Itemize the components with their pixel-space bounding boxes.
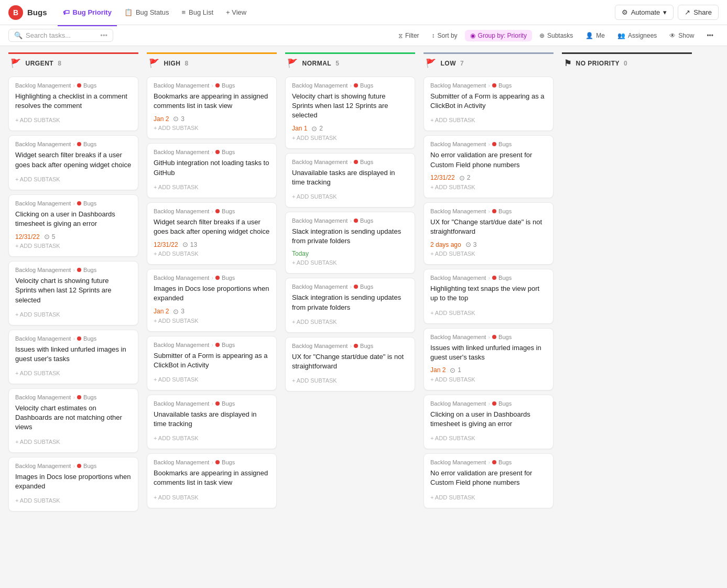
task-card[interactable]: Backlog Management › Bugs Submitter of a… [424, 77, 554, 131]
task-card[interactable]: Backlog Management › Bugs Highlighting t… [424, 269, 554, 323]
col-count-high: 8 [185, 60, 189, 67]
add-subtask-button[interactable]: + ADD SUBTASK [154, 433, 270, 443]
card-title: Widget search filter breaks if a user go… [154, 217, 270, 236]
breadcrumb-bugs: Bugs [83, 394, 96, 400]
add-subtask-button[interactable]: + ADD SUBTASK [154, 492, 270, 503]
task-card[interactable]: Backlog Management › Bugs Bookmarks are … [147, 77, 277, 139]
tab-bug-priority[interactable]: 🏷 Bug Priority [58, 5, 117, 19]
task-card[interactable]: Backlog Management › Bugs UX for "Change… [424, 202, 554, 265]
more-options-button[interactable]: ••• [701, 30, 719, 41]
task-card[interactable]: Backlog Management › Bugs Widget search … [147, 202, 277, 265]
col-label-low: LOW [441, 60, 457, 67]
breadcrumb-bugs: Bugs [498, 275, 512, 281]
task-card[interactable]: Backlog Management › Bugs Velocity chart… [285, 77, 415, 149]
task-card[interactable]: Backlog Management › Bugs Issues with li… [8, 330, 138, 384]
task-card[interactable]: Backlog Management › Bugs Submitter of a… [147, 336, 277, 390]
add-subtask-button[interactable]: + ADD SUBTASK [154, 248, 270, 259]
breadcrumb-bugs: Bugs [360, 217, 373, 224]
add-subtask-button[interactable]: + ADD SUBTASK [154, 182, 270, 192]
breadcrumb-bugs: Bugs [222, 275, 235, 281]
task-card[interactable]: Backlog Management › Bugs Unavailable ta… [147, 395, 277, 449]
automate-button[interactable]: ⚙ Automate ▾ [615, 5, 674, 20]
share-icon: ↗ [685, 8, 690, 16]
add-subtask-button[interactable]: + ADD SUBTASK [430, 374, 547, 385]
me-button[interactable]: 👤 Me [580, 30, 610, 41]
add-subtask-button[interactable]: + ADD SUBTASK [430, 248, 547, 259]
card-footer: 12/31/22⊙5 [15, 233, 132, 241]
task-card[interactable]: Backlog Management › Bugs Images in Docs… [8, 457, 138, 511]
breadcrumb-chevron-icon: › [350, 159, 352, 165]
subtask-circle-icon: ⊙ [459, 174, 465, 182]
tab-bug-list[interactable]: ≡ Bug List [177, 5, 219, 19]
card-meta: Backlog Management › Bugs [15, 82, 132, 89]
task-card[interactable]: Backlog Management › Bugs Velocity chart… [8, 388, 138, 453]
add-subtask-button[interactable]: + ADD SUBTASK [15, 309, 132, 320]
card-meta: Backlog Management › Bugs [15, 463, 132, 469]
breadcrumb-bugs: Bugs [83, 267, 96, 273]
search-more-icon[interactable]: ••• [100, 31, 107, 39]
subtask-number: 3 [473, 241, 477, 248]
task-card[interactable]: Backlog Management › Bugs Velocity chart… [8, 261, 138, 325]
share-button[interactable]: ↗ Share [678, 5, 719, 20]
add-view-tab[interactable]: + View [221, 5, 252, 19]
task-card[interactable]: Backlog Management › Bugs Images in Docs… [147, 269, 277, 331]
add-subtask-button[interactable]: + ADD SUBTASK [154, 123, 270, 133]
add-subtask-button[interactable]: + ADD SUBTASK [15, 495, 132, 506]
add-subtask-button[interactable]: + ADD SUBTASK [430, 492, 547, 503]
breadcrumb-backlog: Backlog Management [292, 284, 348, 290]
add-subtask-button[interactable]: + ADD SUBTASK [430, 308, 547, 318]
app-title: Bugs [27, 8, 47, 17]
task-card[interactable]: Backlog Management › Bugs No error valid… [424, 453, 554, 508]
add-subtask-button[interactable]: + ADD SUBTASK [15, 368, 132, 378]
subtasks-button[interactable]: ⊕ Subtasks [534, 30, 578, 41]
task-card[interactable]: Backlog Management › Bugs Issues with li… [424, 328, 554, 390]
group-icon: ◉ [470, 32, 475, 39]
filter-button[interactable]: ⧖ Filter [393, 30, 425, 41]
share-label: Share [693, 8, 712, 16]
add-subtask-button[interactable]: + ADD SUBTASK [292, 257, 408, 268]
card-title: Highlighting text snaps the view port up… [430, 284, 547, 303]
add-subtask-button[interactable]: + ADD SUBTASK [154, 315, 270, 326]
tab-bug-status[interactable]: 📋 Bug Status [119, 5, 175, 19]
task-card[interactable]: Backlog Management › Bugs Slack integrat… [285, 278, 415, 332]
search-box[interactable]: 🔍 Search tasks... ••• [8, 29, 113, 42]
task-card[interactable]: Backlog Management › Bugs Clicking on a … [424, 395, 554, 449]
bugs-dot-icon [77, 83, 81, 88]
add-subtask-button[interactable]: + ADD SUBTASK [15, 174, 132, 184]
add-subtask-button[interactable]: + ADD SUBTASK [15, 437, 132, 447]
add-subtask-button[interactable]: + ADD SUBTASK [15, 241, 132, 251]
task-card[interactable]: Backlog Management › Bugs Clicking on a … [8, 194, 138, 257]
task-card[interactable]: Backlog Management › Bugs UX for "Change… [285, 337, 415, 391]
breadcrumb-bugs: Bugs [498, 82, 512, 89]
card-title: UX for "Change start/due date" is not st… [430, 217, 547, 236]
add-subtask-button[interactable]: + ADD SUBTASK [430, 115, 547, 125]
task-card[interactable]: Backlog Management › Bugs GitHub integra… [147, 143, 277, 198]
task-card[interactable]: Backlog Management › Bugs Bookmarks are … [147, 453, 277, 508]
add-subtask-button[interactable]: + ADD SUBTASK [292, 191, 408, 202]
card-meta: Backlog Management › Bugs [154, 208, 270, 214]
card-title: Bookmarks are appearing in assigned comm… [154, 469, 270, 487]
add-subtask-label: + ADD SUBTASK [292, 377, 337, 384]
group-label: Group by: Priority [478, 32, 527, 39]
add-subtask-button[interactable]: + ADD SUBTASK [15, 115, 132, 125]
bugs-dot-icon [77, 336, 81, 341]
add-subtask-button[interactable]: + ADD SUBTASK [292, 317, 408, 327]
add-subtask-button[interactable]: + ADD SUBTASK [430, 433, 547, 443]
add-subtask-button[interactable]: + ADD SUBTASK [292, 375, 408, 386]
task-card[interactable]: Backlog Management › Bugs Highlighting a… [8, 77, 138, 131]
task-card[interactable]: Backlog Management › Bugs Slack integrat… [285, 212, 415, 274]
column-urgent: 🚩 URGENT 8 Backlog Management › Bugs Hig… [8, 52, 138, 582]
task-card[interactable]: Backlog Management › Bugs No error valid… [424, 135, 554, 198]
add-subtask-button[interactable]: + ADD SUBTASK [430, 182, 547, 192]
breadcrumb-bugs: Bugs [498, 141, 512, 147]
breadcrumb-bugs: Bugs [83, 141, 96, 147]
sort-button[interactable]: ↕ Sort by [427, 30, 463, 41]
card-footer: Today [292, 250, 408, 257]
assignees-button[interactable]: 👥 Assignees [612, 30, 662, 41]
add-subtask-button[interactable]: + ADD SUBTASK [292, 133, 408, 143]
show-button[interactable]: 👁 Show [664, 30, 699, 41]
task-card[interactable]: Backlog Management › Bugs Unavailable ta… [285, 153, 415, 208]
task-card[interactable]: Backlog Management › Bugs Widget search … [8, 135, 138, 190]
add-subtask-button[interactable]: + ADD SUBTASK [154, 374, 270, 385]
group-by-button[interactable]: ◉ Group by: Priority [465, 30, 532, 41]
